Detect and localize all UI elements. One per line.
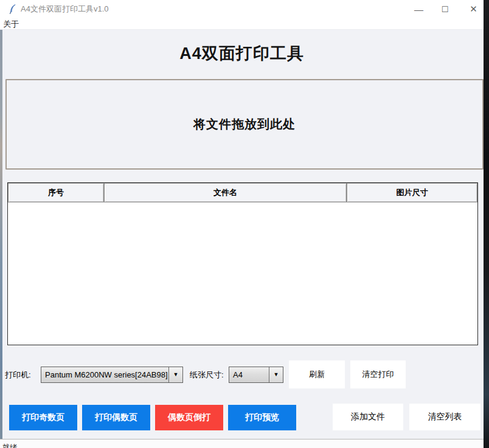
- maximize-button[interactable]: ☐: [431, 0, 459, 18]
- table-body-empty[interactable]: [8, 202, 477, 345]
- column-header-imagesize[interactable]: 图片尺寸: [347, 183, 477, 202]
- window-title: A4文件双面打印工具v1.0: [21, 0, 108, 18]
- python-feather-icon: [8, 4, 17, 15]
- file-dropzone[interactable]: 将文件拖放到此处: [5, 79, 484, 170]
- file-table[interactable]: 序号 文件名 图片尺寸: [7, 182, 478, 345]
- print-even-pages-button[interactable]: 打印偶数页: [82, 405, 150, 430]
- even-pages-reverse-button[interactable]: 偶数页倒打: [155, 405, 223, 430]
- desktop-edge-right: [484, 0, 489, 448]
- printer-label: 打印机:: [5, 367, 31, 383]
- print-odd-pages-button[interactable]: 打印奇数页: [9, 405, 77, 430]
- paper-size-select[interactable]: A4 ▼: [229, 367, 283, 383]
- chevron-down-icon: ▼: [274, 372, 279, 377]
- clear-print-button[interactable]: 清空打印: [350, 360, 406, 388]
- app-window: A4文件双面打印工具v1.0 — ☐ ✕ 关于 A4双面打印工具 将文件拖放到此…: [0, 0, 489, 448]
- status-bar: 就绪: [0, 439, 484, 448]
- menu-bar: 关于: [0, 18, 484, 30]
- clear-list-button[interactable]: 清空列表: [409, 404, 480, 430]
- close-button[interactable]: ✕: [460, 0, 487, 18]
- paper-size-label: 纸张尺寸:: [190, 367, 224, 383]
- dropzone-label: 将文件拖放到此处: [193, 116, 296, 133]
- add-file-button[interactable]: 添加文件: [333, 404, 403, 430]
- status-text: 就绪: [2, 443, 17, 448]
- paper-size-selected-value: A4: [229, 370, 269, 379]
- printer-dropdown-button[interactable]: ▼: [168, 367, 182, 382]
- paper-dropdown-button[interactable]: ▼: [269, 367, 283, 382]
- title-bar[interactable]: A4文件双面打印工具v1.0 — ☐ ✕: [0, 0, 484, 18]
- chevron-down-icon: ▼: [173, 372, 179, 377]
- refresh-button[interactable]: 刷新: [289, 360, 345, 388]
- menu-item-about[interactable]: 关于: [0, 19, 22, 30]
- table-header-row: 序号 文件名 图片尺寸: [8, 183, 477, 202]
- column-header-index[interactable]: 序号: [8, 183, 104, 202]
- printer-select[interactable]: Pantum M6200NW series[24AB98] ▼: [41, 367, 183, 383]
- minimize-button[interactable]: —: [405, 0, 432, 18]
- page-title: A4双面打印工具: [0, 43, 484, 64]
- desktop-edge-left: [0, 29, 2, 448]
- column-header-filename[interactable]: 文件名: [104, 183, 347, 202]
- print-preview-button[interactable]: 打印预览: [228, 405, 296, 430]
- printer-selected-value: Pantum M6200NW series[24AB98]: [41, 370, 168, 379]
